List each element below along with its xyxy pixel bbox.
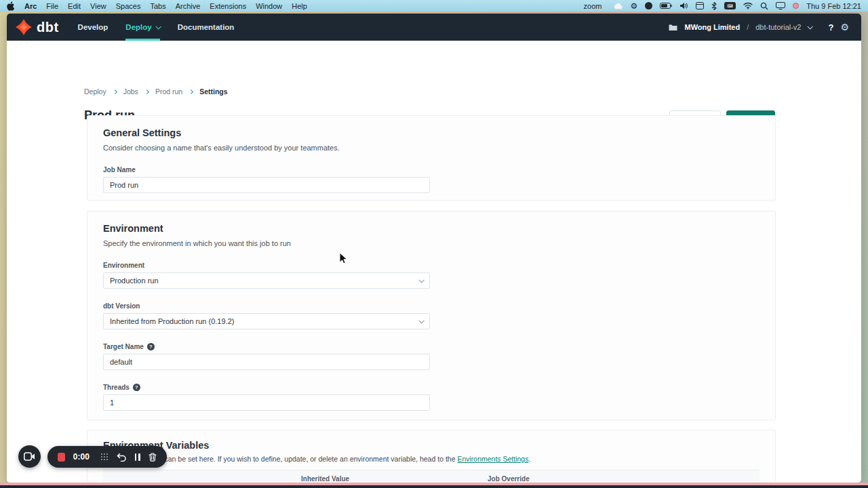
breadcrumb-prod-run[interactable]: Prod run [155,87,182,96]
breadcrumb-deploy[interactable]: Deploy [84,87,106,96]
gear-icon[interactable]: ⚙ [631,1,638,11]
dbt-version-select-value: Inherited from Production run (0.19.2) [110,317,234,325]
dbt-app-header: dbt Develop Deploy Documentation MWong L… [7,14,861,41]
chevron-down-icon [418,277,424,283]
environment-card: Environment Specify the environment in w… [87,211,776,420]
general-settings-subtitle: Consider choosing a name that's easily u… [103,144,760,152]
recording-toolbar: 0:00 [47,446,167,468]
environment-select[interactable]: Production run [103,272,430,289]
chevron-down-icon[interactable] [808,24,813,29]
window-icon[interactable] [696,1,704,11]
breadcrumb-jobs[interactable]: Jobs [123,87,138,96]
pause-button[interactable] [135,453,140,461]
keyboard-icon[interactable]: ⌨ [724,2,736,9]
dbt-logo-icon [15,18,33,36]
target-name-input[interactable] [103,354,430,370]
settings-page: Deploy Jobs Prod run Settings Prod run ×… [7,41,861,483]
general-settings-card: General Settings Consider choosing a nam… [87,115,776,201]
menu-item-arc[interactable]: Arc [24,2,37,10]
environment-variables-description: Job level overrides can be set here. If … [103,455,760,463]
cloud-icon[interactable] [614,1,623,11]
battery-icon[interactable] [660,1,672,11]
chevron-right-icon [189,89,193,94]
main-nav: Develop Deploy Documentation [78,14,235,41]
recording-timer: 0:00 [73,452,90,462]
menu-item-spaces[interactable]: Spaces [116,2,141,10]
job-name-label: Job Name [103,166,760,174]
restart-icon[interactable] [117,453,127,462]
job-name-input[interactable] [103,177,430,193]
environment-variables-heading: Environment Variables [103,440,760,451]
apple-logo-icon[interactable] [7,1,15,11]
nav-develop-label: Develop [78,23,108,31]
account-project-separator: / [747,23,749,31]
help-icon[interactable]: ? [828,22,833,33]
nav-documentation-label: Documentation [178,23,235,31]
breadcrumb: Deploy Jobs Prod run Settings [84,87,228,96]
environment-subtitle: Specify the environment in which you wan… [103,239,760,247]
display-icon[interactable] [776,1,785,11]
stop-record-button[interactable] [58,453,65,462]
project-name[interactable]: dbt-tutorial-v2 [755,23,801,31]
menu-item-zoom[interactable]: zoom [584,2,602,10]
general-settings-heading: General Settings [103,127,760,138]
threads-label: Threads [103,384,130,391]
drag-handle-icon[interactable] [100,453,108,461]
nav-item-develop[interactable]: Develop [78,14,108,41]
menu-item-extensions[interactable]: Extensions [210,2,246,10]
browser-window: dbt Develop Deploy Documentation MWong L… [7,14,861,483]
account-name[interactable]: MWong Limited [684,23,740,31]
threads-input[interactable] [103,394,430,411]
job-override-column-header: Job Override [488,475,530,483]
chevron-down-icon [155,24,161,29]
dbt-version-select[interactable]: Inherited from Production run (0.19.2) [103,313,430,329]
dbt-version-label: dbt Version [103,302,760,310]
nav-item-documentation[interactable]: Documentation [178,14,235,41]
menu-item-edit[interactable]: Edit [68,2,81,10]
environment-label: Environment [103,262,760,269]
chevron-right-icon [144,89,149,94]
folder-icon [669,24,677,31]
environment-variables-card: Environment Variables Job level override… [87,430,776,483]
target-name-label: Target Name [103,343,144,350]
menu-item-help[interactable]: Help [292,2,307,10]
menu-item-file[interactable]: File [46,2,58,10]
clock-icon[interactable] [645,2,652,9]
dbt-brand[interactable]: dbt [15,14,59,41]
video-camera-icon [24,452,35,461]
trash-icon[interactable] [149,453,157,462]
wifi-icon[interactable] [743,1,753,11]
environment-select-value: Production run [110,277,159,285]
inherited-value-column-header: Inherited Value [301,475,349,483]
macos-menubar: Arc File Edit View Spaces Tabs Archive E… [0,0,868,12]
volume-icon[interactable] [679,1,688,11]
menubar-clock[interactable]: Thu 9 Feb 12:21 [806,2,861,10]
env-vars-table-header: Inherited Value Job Override [103,470,760,483]
menu-item-archive[interactable]: Archive [176,2,201,10]
environment-heading: Environment [103,223,760,234]
help-circle-icon[interactable]: ? [133,384,140,391]
environments-settings-link[interactable]: Environments Settings [457,455,528,463]
camera-toggle-button[interactable] [18,445,41,468]
spotlight-icon[interactable] [760,1,768,11]
breadcrumb-settings: Settings [199,87,227,96]
menu-item-window[interactable]: Window [256,2,282,10]
gear-icon[interactable]: ⚙ [840,22,849,32]
menu-item-view[interactable]: View [90,2,106,10]
help-circle-icon[interactable]: ? [147,343,155,350]
nav-deploy-label: Deploy [125,23,151,31]
dbt-brand-name: dbt [37,20,59,35]
bluetooth-icon[interactable] [711,1,717,11]
nav-item-deploy[interactable]: Deploy [125,14,159,41]
chevron-down-icon [418,318,424,323]
screen-record-status-icon[interactable] [793,3,799,9]
desktop-edge [0,485,868,488]
menu-item-tabs[interactable]: Tabs [150,2,165,10]
chevron-right-icon [113,89,117,94]
env-vars-desc-period: . [528,455,530,463]
